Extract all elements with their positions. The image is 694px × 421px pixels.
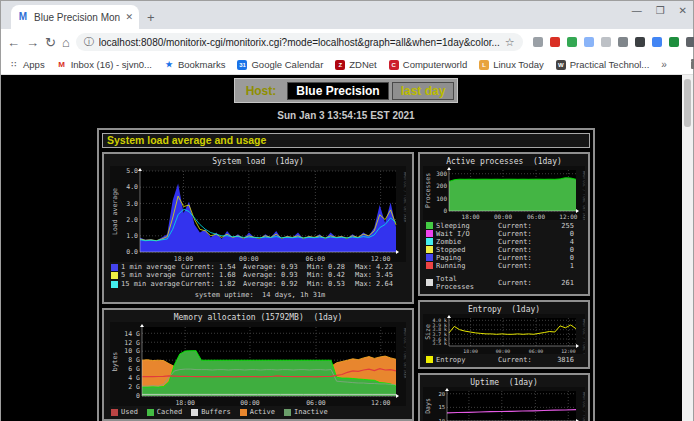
bookmark-icon: 31: [237, 60, 247, 70]
legend-row: 1 min average Current: 1.54 Average: 0.9…: [111, 263, 409, 272]
bookmark-item[interactable]: ★Bookmarks: [164, 59, 226, 70]
legend-swatch: [426, 222, 433, 229]
reload-button[interactable]: ↻: [45, 35, 56, 50]
window-close-button[interactable]: ✕: [679, 5, 687, 16]
bookmark-icon: Z: [335, 60, 345, 70]
legend-swatch: [426, 356, 433, 363]
legend-label: Zombie: [436, 238, 498, 246]
tab-close-icon[interactable]: ✕: [125, 12, 133, 22]
window-maximize-button[interactable]: ❐: [656, 5, 665, 16]
puzzle-extensions-icon[interactable]: [686, 37, 694, 47]
legend-swatch: [147, 409, 154, 416]
bookmark-item[interactable]: LLinux Today: [479, 59, 544, 70]
legend-value: 0: [544, 246, 574, 254]
tab-title: Blue Precision Monitorix: [34, 12, 120, 23]
page-scrollbar[interactable]: [682, 75, 693, 421]
svg-text:10 G: 10 G: [124, 348, 140, 356]
svg-text:200: 200: [436, 182, 447, 189]
svg-text:Processes: Processes: [424, 173, 432, 208]
svg-text:3.9 k: 3.9 k: [433, 322, 448, 327]
gray-extension-icon[interactable]: [601, 37, 611, 47]
svg-text:RRDTOOL / TOBI OETIKER: RRDTOOL / TOBI OETIKER: [582, 171, 585, 220]
legend-label: Entropy: [436, 356, 498, 364]
memory-panel: Memory allocation (15792MB) (1day) 02 G4…: [102, 308, 414, 421]
page-info-icon[interactable]: ⓘ: [84, 35, 94, 49]
bookmarks-bar: ∷AppsMInbox (16) - sjvn0...★Bookmarks31G…: [1, 55, 693, 75]
processes-panel: Active processes (1day) 010020030018:000…: [418, 152, 590, 296]
legend-value: 261: [544, 279, 574, 287]
legend-max: Max: 2.64: [355, 280, 409, 289]
svg-text:18:00: 18:00: [462, 213, 480, 220]
forward-button[interactable]: →: [26, 35, 39, 50]
window-minimize-button[interactable]: —: [632, 5, 642, 16]
memory-legend: Used Cached Buffers Active Inactive: [107, 408, 409, 416]
dark-extension-icon[interactable]: [635, 37, 645, 47]
bookmark-star-icon[interactable]: ☆: [505, 36, 515, 49]
legend-swatch: [111, 272, 118, 279]
svg-text:Days: Days: [424, 398, 432, 414]
entropy-panel: Entropy (1day) 3.5 k3.6 k3.7 k3.8 k3.9 k…: [418, 300, 590, 369]
legend-row: Zombie Current: 4: [426, 238, 585, 246]
extension-icons: [533, 37, 694, 47]
svg-text:06:00: 06:00: [306, 399, 326, 407]
svg-text:0: 0: [136, 393, 140, 401]
blue-extension-icon[interactable]: [652, 37, 662, 47]
globe-extension-icon[interactable]: [567, 37, 577, 47]
new-tab-button[interactable]: +: [147, 10, 155, 25]
svg-text:3.6 k: 3.6 k: [433, 336, 448, 341]
svg-text:RRDTOOL / TOBI OETIKER: RRDTOOL / TOBI OETIKER: [582, 392, 585, 421]
browser-tab[interactable]: M Blue Precision Monitorix ✕: [11, 5, 139, 29]
bookmark-item[interactable]: 31Google Calendar: [237, 59, 323, 70]
svg-text:18:00: 18:00: [174, 254, 194, 262]
bookmark-item[interactable]: ∷Apps: [9, 59, 45, 70]
back-button[interactable]: ←: [7, 35, 20, 50]
svg-text:6 G: 6 G: [128, 366, 140, 374]
legend-current-label: Current:: [498, 238, 544, 246]
legend-row: 5 min average Current: 1.68 Average: 0.9…: [111, 271, 409, 280]
svg-text:12 G: 12 G: [124, 339, 140, 347]
bookmark-item[interactable]: CComputerworld: [389, 59, 467, 70]
system-load-chart[interactable]: 0.01.02.03.04.05.018:0000:0006:0012:00Lo…: [110, 166, 406, 262]
mail-extension-icon[interactable]: [550, 37, 560, 47]
entropy-chart[interactable]: 3.5 k3.6 k3.7 k3.8 k3.9 k4.0 k18:0000:00…: [423, 314, 585, 354]
url-bar[interactable]: ⓘ localhost:8080/monitorix-cgi/monitorix…: [76, 33, 523, 51]
bookmark-item[interactable]: MInbox (16) - sjvn0...: [57, 59, 152, 70]
scrollbar-thumb[interactable]: [684, 79, 691, 127]
legend-swatch: [426, 279, 433, 286]
search-extension-icon[interactable]: [533, 37, 543, 47]
bookmark-icon: W: [556, 60, 566, 70]
svg-text:14 G: 14 G: [124, 330, 140, 338]
bookmarks-overflow-icon[interactable]: »: [661, 59, 667, 70]
monitorix-favicon-icon: M: [17, 11, 29, 23]
svg-text:3.8 k: 3.8 k: [433, 327, 448, 332]
legend-row: Running Current: 1: [426, 262, 585, 270]
bookmark-label: Apps: [23, 59, 45, 70]
host-label: Host:: [238, 83, 285, 99]
memory-chart[interactable]: 02 G4 G6 G8 G10 G12 G14 G18:0000:0006:00…: [110, 322, 406, 406]
legend-current-label: Current:: [498, 262, 544, 270]
svg-text:00:00: 00:00: [239, 254, 259, 262]
home-button[interactable]: ⌂: [62, 35, 70, 50]
bookmark-item[interactable]: ZZDNet: [335, 59, 376, 70]
svg-text:06:00: 06:00: [306, 254, 326, 262]
eye-extension-icon[interactable]: [618, 37, 628, 47]
legend-current-label: Current:: [498, 356, 544, 364]
legend-label: Used: [121, 408, 138, 416]
pages-extension-icon[interactable]: [584, 37, 594, 47]
svg-text:4.0: 4.0: [126, 183, 138, 191]
url-text[interactable]: localhost:8080/monitorix-cgi/monitorix.c…: [99, 37, 500, 48]
bookmark-item[interactable]: WPractical Technol...: [556, 59, 650, 70]
section-title: System load average and usage: [102, 133, 590, 148]
legend-swatch: [191, 409, 198, 416]
bookmark-label: Linux Today: [493, 59, 544, 70]
legend-swatch: [426, 262, 433, 269]
processes-chart[interactable]: 010020030018:0000:0006:0012:00ProcessesR…: [423, 166, 585, 220]
uptime-chart[interactable]: 10152018:0000:0006:0012:00DaysRRDTOOL / …: [423, 387, 585, 421]
legend-label: Sleeping: [436, 222, 498, 230]
period-selector[interactable]: last day: [392, 82, 455, 100]
legend-current: Current: 1.68: [181, 271, 243, 280]
svg-text:20: 20: [438, 390, 445, 396]
legend-label: 5 min average: [121, 271, 181, 280]
green-circle-extension-icon[interactable]: [669, 37, 679, 47]
svg-text:100: 100: [436, 194, 447, 201]
